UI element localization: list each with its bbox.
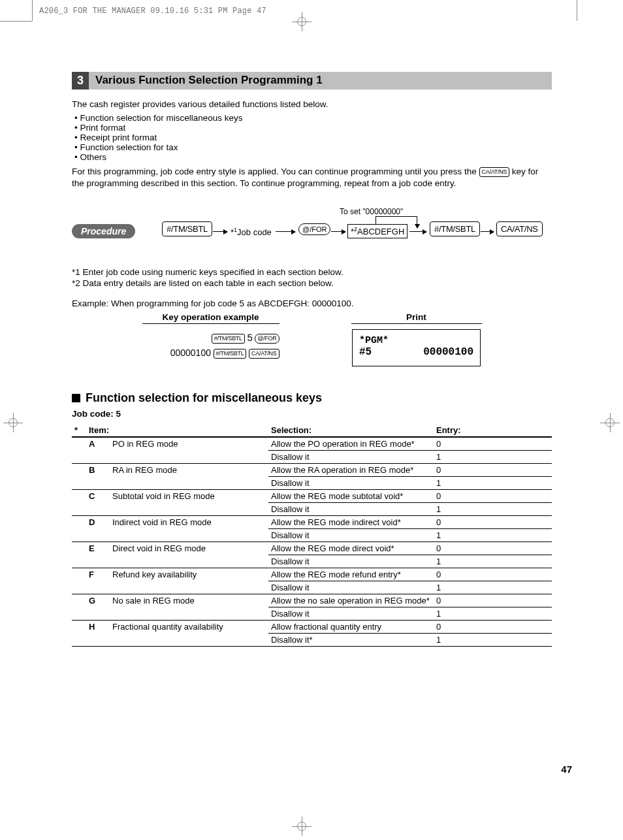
bullet-item: Print format xyxy=(74,123,552,133)
row-entry: 1 xyxy=(434,633,552,646)
key-operation-heading: Key operation example xyxy=(142,312,280,324)
notes-block: *1 Enter job code using numeric keys spe… xyxy=(72,267,552,288)
text: For this programming, job code entry sty… xyxy=(72,167,479,176)
row-entry: 1 xyxy=(434,502,552,515)
receipt-print-box: *PGM* #5 00000100 xyxy=(352,329,481,366)
print-job-code: #5 xyxy=(359,346,372,358)
keycap-ca-at-ns: CA/AT/NS xyxy=(496,221,543,236)
row-item: Fractional quantity availability xyxy=(110,620,268,646)
row-item: Direct void in REG mode xyxy=(110,541,268,568)
row-item: PO in REG mode xyxy=(110,437,268,464)
row-letter: D xyxy=(86,515,110,541)
diagram-line xyxy=(375,216,376,224)
procedure-label: Procedure xyxy=(72,224,135,238)
bullet-item: Receipt print format xyxy=(74,133,552,142)
row-selection: Allow the RA operation in REG mode* xyxy=(268,463,434,476)
col-head-star: * xyxy=(72,424,86,437)
row-entry: 0 xyxy=(434,541,552,555)
feature-bullet-list: Function selection for miscellaneous key… xyxy=(74,113,552,162)
down-arrow-icon xyxy=(417,216,417,228)
row-letter: F xyxy=(86,568,110,594)
section-heading-bar: 3 Various Function Selection Programming… xyxy=(72,72,552,89)
row-item: Subtotal void in REG mode xyxy=(110,489,268,515)
digit: 5 xyxy=(247,332,252,343)
to-set-label: To set "00000000" xyxy=(340,207,403,216)
procedure-diagram: Procedure #/TM/SBTL *1Job code @/FOR *2A… xyxy=(72,203,552,255)
keycap-ca-at-ns: CA/AT/NS xyxy=(249,349,279,359)
row-selection: Allow the REG mode indirect void* xyxy=(268,515,434,528)
crop-mark xyxy=(32,0,33,21)
row-selection: Disallow it xyxy=(268,528,434,541)
row-entry: 1 xyxy=(434,555,552,568)
row-letter: B xyxy=(86,463,110,489)
row-selection: Disallow it* xyxy=(268,633,434,646)
row-selection: Allow the PO operation in REG mode* xyxy=(268,437,434,451)
row-selection: Allow the no sale operation in REG mode* xyxy=(268,594,434,607)
arrow-icon xyxy=(213,231,227,232)
row-item: No sale in REG mode xyxy=(110,594,268,620)
table-row: EDirect void in REG modeAllow the REG mo… xyxy=(72,541,552,555)
bullet-item: Function selection for tax xyxy=(74,142,552,152)
row-selection: Disallow it xyxy=(268,581,434,594)
key-operation-rows: #/TM/SBTL 5 @/FOR 00000100 #/TM/SBTL CA/… xyxy=(142,329,280,361)
arrow-icon xyxy=(276,231,295,232)
row-selection: Disallow it xyxy=(268,555,434,568)
row-selection: Allow the REG mode refund entry* xyxy=(268,568,434,581)
row-item: Indirect void in REG mode xyxy=(110,515,268,541)
arrow-icon xyxy=(331,231,345,232)
col-head-selection: Selection: xyxy=(268,424,434,437)
table-row: HFractional quantity availabilityAllow f… xyxy=(72,620,552,633)
paragraph: For this programming, job code entry sty… xyxy=(72,166,552,189)
table-row: FRefund key availabilityAllow the REG mo… xyxy=(72,568,552,581)
job-code-node: *1Job code xyxy=(231,227,272,237)
keycap-tm-sbtl: #/TM/SBTL xyxy=(430,221,480,236)
keycap-tm-sbtl: #/TM/SBTL xyxy=(212,334,245,344)
table-row: DIndirect void in REG modeAllow the REG … xyxy=(72,515,552,528)
table-row: BRA in REG modeAllow the RA operation in… xyxy=(72,463,552,476)
page-content: 3 Various Function Selection Programming… xyxy=(72,72,552,647)
row-selection: Disallow it xyxy=(268,476,434,489)
registration-mark xyxy=(292,12,312,31)
section-title: Various Function Selection Programming 1 xyxy=(89,72,552,89)
row-item: RA in REG mode xyxy=(110,463,268,489)
row-entry: 1 xyxy=(434,581,552,594)
subsection-title: Function selection for miscellaneous key… xyxy=(86,391,322,405)
row-entry: 0 xyxy=(434,568,552,581)
row-entry: 0 xyxy=(434,515,552,528)
note-2: *2 Data entry details are listed on each… xyxy=(72,278,552,288)
print-heading: Print xyxy=(351,312,482,324)
row-selection: Disallow it xyxy=(268,502,434,515)
section-number: 3 xyxy=(72,72,89,89)
print-header: A206_3 FOR THE MANAGER 09.10.16 5:31 PM … xyxy=(39,7,266,16)
page-number: 47 xyxy=(561,764,572,775)
row-entry: 1 xyxy=(434,476,552,489)
keycap-tm-sbtl: #/TM/SBTL xyxy=(162,221,212,236)
row-selection: Disallow it xyxy=(268,607,434,620)
keycap-at-for: @/FOR xyxy=(298,223,330,235)
example-block: Example: When programming for job code 5… xyxy=(72,299,552,366)
row-entry: 0 xyxy=(434,463,552,476)
row-entry: 0 xyxy=(434,437,552,451)
row-selection: Allow the REG mode direct void* xyxy=(268,541,434,555)
registration-mark xyxy=(3,413,23,432)
row-entry: 1 xyxy=(434,607,552,620)
row-item: Refund key availability xyxy=(110,568,268,594)
keycap-ca-at-ns: CA/AT/NS xyxy=(479,167,509,177)
example-intro: Example: When programming for job code 5… xyxy=(72,299,552,308)
row-letter: A xyxy=(86,437,110,464)
bullet-item: Others xyxy=(74,152,552,162)
square-bullet-icon xyxy=(72,394,80,402)
abcdefgh-node: *2ABCDEFGH xyxy=(347,224,407,238)
table-row: CSubtotal void in REG modeAllow the REG … xyxy=(72,489,552,502)
row-letter: G xyxy=(86,594,110,620)
row-entry: 1 xyxy=(434,450,552,463)
row-letter: E xyxy=(86,541,110,568)
registration-mark xyxy=(600,413,620,432)
diagram-line xyxy=(375,216,417,217)
row-entry: 0 xyxy=(434,620,552,633)
arrow-icon xyxy=(481,231,494,232)
crop-mark xyxy=(577,0,577,21)
print-line-1: *PGM* xyxy=(359,335,473,346)
col-head-item: Item: xyxy=(86,424,268,437)
keycap-tm-sbtl: #/TM/SBTL xyxy=(214,349,247,359)
